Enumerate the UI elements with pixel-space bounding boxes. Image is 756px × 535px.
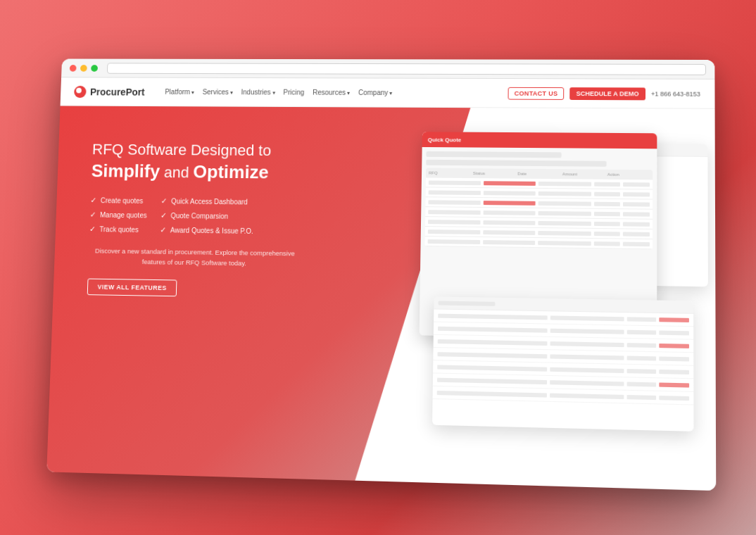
bot-cell <box>626 368 656 373</box>
feature-label-2: Manage quotes <box>100 211 147 220</box>
hero-content: RFQ Software Designed to Simplify and Op… <box>87 140 304 298</box>
hero-title-optimize: Optimize <box>193 161 269 182</box>
col-header-2: Status <box>473 171 515 175</box>
bot-cell <box>437 352 547 358</box>
navbar: ProcurePort Platform Services Industries… <box>61 77 715 109</box>
col-header-1: RFQ <box>429 171 470 175</box>
feature-track: ✓ Track quotes <box>89 225 146 235</box>
hero-title-simplify: Simplify <box>91 160 160 181</box>
hero-title-line1: RFQ Software Designed to <box>92 141 272 159</box>
view-features-button[interactable]: VIEW ALL FEATURES <box>87 278 177 296</box>
feature-award: ✓ Award Quotes & Issue P.O. <box>160 226 253 236</box>
col-header-5: Action <box>607 172 650 177</box>
table-cell <box>428 229 480 234</box>
table-cell-action <box>623 182 650 187</box>
logo-icon <box>74 85 87 97</box>
bot-cell <box>626 355 656 360</box>
bot-cell <box>660 369 689 374</box>
nav-company[interactable]: Company <box>358 89 393 96</box>
nav-actions: CONTACT US SCHEDULE A DEMO +1 866 643-81… <box>508 87 700 100</box>
bot-cell <box>660 356 689 361</box>
nav-pricing[interactable]: Pricing <box>283 89 304 96</box>
bot-cell <box>550 341 624 346</box>
bot-cell <box>660 396 690 401</box>
dashboard-container: Quick Quote RFQ Status Date Amount Actio… <box>403 121 717 469</box>
check-icon-3: ✓ <box>89 225 96 234</box>
bot-cell <box>626 382 656 386</box>
bot-cell <box>626 329 656 334</box>
table-cell <box>428 220 480 225</box>
feature-label-5: Quote Comparsion <box>170 212 228 220</box>
table-cell-amount <box>593 241 620 246</box>
table-cell-date <box>538 220 591 225</box>
bot-cell <box>626 317 656 322</box>
browser-chrome <box>61 59 714 80</box>
feature-create: ✓ Create quotes <box>90 196 147 206</box>
contact-us-button[interactable]: CONTACT US <box>508 87 564 99</box>
nav-platform[interactable]: Platform <box>165 88 194 96</box>
features-right-col: ✓ Quick Access Dashboard ✓ Quote Compars… <box>160 197 254 237</box>
feature-comparison: ✓ Quote Comparsion <box>160 211 254 221</box>
bot-cell <box>626 394 656 399</box>
nav-industries[interactable]: Industries <box>241 88 275 96</box>
bot-cell <box>437 365 547 371</box>
bot-cell <box>550 393 624 399</box>
table-cell-action <box>623 202 650 206</box>
feature-label-3: Track quotes <box>99 226 139 234</box>
check-icon-5: ✓ <box>160 211 167 220</box>
nav-resources[interactable]: Resources <box>313 89 350 96</box>
bot-cell <box>550 380 624 386</box>
dashboard-bottom <box>432 296 693 432</box>
url-bar[interactable] <box>107 63 706 75</box>
nav-links: Platform Services Industries Pricing Res… <box>165 88 508 97</box>
table-row <box>425 237 653 249</box>
phone-number: +1 866 643-8153 <box>651 90 700 97</box>
hero-section: RFQ Software Designed to Simplify and Op… <box>46 106 716 491</box>
browser-window: ProcurePort Platform Services Industries… <box>46 59 716 491</box>
table-cell-date <box>538 181 591 186</box>
hero-features: ✓ Create quotes ✓ Manage quotes ✓ Track … <box>89 196 303 237</box>
feature-label-4: Quick Access Dashboard <box>171 198 248 206</box>
bot-cell <box>438 339 547 345</box>
check-icon-1: ✓ <box>90 196 96 206</box>
table-cell-action <box>623 192 650 196</box>
dash-row-1 <box>426 151 561 158</box>
bot-cell <box>438 313 547 320</box>
table-cell-status <box>483 191 535 196</box>
schedule-demo-button[interactable]: SCHEDULE A DEMO <box>570 87 645 100</box>
minimize-dot <box>80 65 87 72</box>
dash-row-2 <box>426 160 607 167</box>
close-dot <box>70 65 77 72</box>
bot-cell <box>550 328 624 334</box>
bot-cell <box>626 343 656 348</box>
bot-cell <box>550 315 624 321</box>
table-cell-action <box>623 222 650 226</box>
logo[interactable]: ProcurePort <box>74 85 145 98</box>
table-cell-status <box>484 181 536 186</box>
check-icon-4: ✓ <box>160 197 167 206</box>
table-cell-date <box>538 230 591 235</box>
bot-cell <box>437 390 547 397</box>
table-cell-status <box>483 220 535 225</box>
nav-services[interactable]: Services <box>203 88 233 96</box>
table-cell <box>428 210 480 215</box>
table-cell-date <box>538 210 591 215</box>
dashboard-main-title: Quick Quote <box>428 137 462 143</box>
check-icon-2: ✓ <box>89 210 96 220</box>
table-cell-amount <box>594 182 621 186</box>
table-cell <box>429 180 481 185</box>
bot-header-bar <box>438 301 495 306</box>
table-cell-date <box>538 201 591 206</box>
table-cell-action <box>623 212 650 216</box>
table-cell <box>428 200 480 205</box>
table-cell-amount <box>593 221 620 225</box>
table-cell-status <box>483 201 535 206</box>
table-cell-amount <box>594 191 621 196</box>
bot-cell <box>660 330 689 335</box>
feature-label-6: Award Quotes & Issue P.O. <box>170 227 253 235</box>
table-cell-amount <box>593 231 620 236</box>
dash-table: RFQ Status Date Amount Action <box>425 168 653 250</box>
table-cell-amount <box>594 201 621 206</box>
hero-title: RFQ Software Designed to Simplify and Op… <box>91 140 303 184</box>
feature-manage: ✓ Manage quotes <box>89 210 146 220</box>
